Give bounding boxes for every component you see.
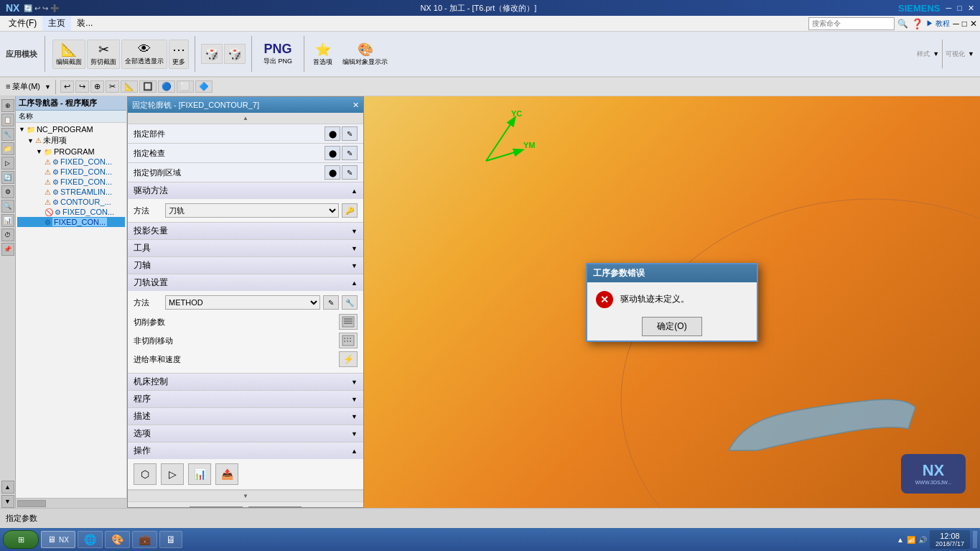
tray-show-hidden[interactable]: ▲: [897, 536, 904, 544]
tree-item-fixed1[interactable]: ⚠ ⚙ FIXED_CON...: [17, 157, 125, 167]
tree-item-nc-program[interactable]: ▼ 📁 NC_PROGRAM: [17, 124, 125, 134]
tp-settings-btn[interactable]: 🔧: [342, 295, 358, 310]
taskbar-btn-ie[interactable]: 🌐: [78, 531, 103, 548]
error-modal[interactable]: 工序参数错误 ✕ 驱动轨迹未定义。 确定(O): [586, 263, 758, 342]
tree-item-fixed5[interactable]: ⚙ FIXED_CON...: [17, 217, 125, 227]
search-icon[interactable]: 🔍: [897, 19, 908, 29]
sidebar-icon-7[interactable]: ⚙: [1, 185, 14, 198]
specify-check-select-btn[interactable]: ⬤: [325, 146, 340, 160]
tree-item-fixed2[interactable]: ⚠ ⚙ FIXED_CON...: [17, 167, 125, 177]
close-btn[interactable]: ✕: [968, 4, 974, 13]
tree-item-unused[interactable]: ▼ ⚠ 未用项: [17, 134, 125, 147]
sidebar-icon-10[interactable]: ⏱: [1, 228, 14, 241]
specify-part-select-btn[interactable]: ⬤: [325, 126, 340, 141]
nav-scrollbar[interactable]: [16, 498, 126, 508]
tb2-btn4[interactable]: ✂: [106, 80, 119, 93]
help-icon[interactable]: ❓: [911, 18, 923, 29]
tb2-btn5[interactable]: 📐: [121, 80, 138, 93]
search-input[interactable]: [808, 17, 895, 30]
feed-speed-btn[interactable]: ⚡: [339, 351, 358, 367]
restore-btn[interactable]: □: [957, 4, 962, 12]
tree-item-program[interactable]: ▼ 📁 PROGRAM: [17, 147, 125, 157]
tree-item-fixed4[interactable]: 🚫 ⚙ FIXED_CON...: [17, 207, 125, 217]
tutorial-btn[interactable]: ▶ 教程: [926, 19, 950, 29]
actions-header[interactable]: 操作 ▲: [128, 443, 363, 459]
sidebar-icon-3[interactable]: 🔧: [1, 128, 14, 141]
method-select[interactable]: 刀轨: [165, 203, 339, 218]
tb2-btn1[interactable]: ↩: [60, 80, 74, 93]
description-header[interactable]: 描述 ▼: [128, 408, 363, 425]
options-header[interactable]: 选项 ▼: [128, 425, 363, 442]
show-all-btn[interactable]: 👁 全部透透显示: [121, 40, 167, 69]
start-button[interactable]: ⊞: [3, 530, 39, 549]
action-btn-generate[interactable]: ⬡: [134, 463, 157, 485]
tb2-btn6[interactable]: 🔲: [139, 80, 157, 93]
style-dropdown[interactable]: ▼: [933, 50, 939, 57]
taskbar-btn-app4[interactable]: 💼: [132, 531, 157, 548]
tool-axis-header[interactable]: 刀轴 ▼: [128, 257, 363, 274]
projection-header[interactable]: 投影矢量 ▼: [128, 223, 363, 239]
tree-item-contour[interactable]: ⚠ ⚙ CONTOUR_...: [17, 197, 125, 207]
minimize-btn[interactable]: ─: [946, 4, 952, 12]
specify-cut-edit-btn[interactable]: ✎: [342, 165, 358, 180]
png-export-btn[interactable]: PNG 导出 PNG: [258, 40, 298, 68]
window-min[interactable]: ─: [953, 19, 959, 29]
3d-box1[interactable]: 🎲: [201, 44, 223, 64]
edit-display-btn[interactable]: 🎨 编辑对象显示示: [340, 40, 391, 68]
cut-params-btn[interactable]: [339, 314, 358, 330]
machine-ctrl-header[interactable]: 机床控制 ▼: [128, 374, 363, 390]
specify-check-edit-btn[interactable]: ✎: [342, 146, 358, 160]
toolpath-settings-header[interactable]: 刀轨设置 ▲: [128, 274, 363, 291]
action-btn-export[interactable]: 📤: [215, 463, 238, 485]
method-edit-btn[interactable]: 🔑: [342, 203, 358, 218]
tb2-btn9[interactable]: 🔷: [195, 80, 213, 93]
sidebar-icon-1[interactable]: ⊕: [1, 99, 14, 112]
3d-box2[interactable]: 🎲: [224, 44, 246, 64]
dialog-close-btn[interactable]: ✕: [353, 101, 359, 110]
drive-method-header[interactable]: 驱动方法 ▲: [128, 182, 363, 199]
sidebar-icon-6[interactable]: 🔄: [1, 171, 14, 184]
visual-dropdown[interactable]: ▼: [968, 50, 974, 57]
action-btn-replay[interactable]: ▷: [161, 463, 184, 485]
non-cut-btn[interactable]: [339, 333, 358, 348]
tp-edit-btn[interactable]: ✎: [323, 295, 339, 310]
taskbar-btn-app5[interactable]: 🖥: [159, 531, 182, 548]
modal-ok-button[interactable]: 确定(O): [642, 317, 701, 336]
taskbar-btn-nx[interactable]: 🖥 NX: [41, 531, 75, 548]
tree-item-fixed3[interactable]: ⚠ ⚙ FIXED_CON...: [17, 177, 125, 187]
tool-header[interactable]: 工具 ▼: [128, 240, 363, 256]
tb2-btn7[interactable]: 🔵: [158, 80, 175, 93]
more-btn[interactable]: ⋯ 更多: [169, 40, 189, 69]
sidebar-icon-bottom2[interactable]: ▼: [1, 495, 14, 508]
menu-home[interactable]: 主页: [42, 16, 71, 31]
preferences-btn[interactable]: ⭐ 首选项: [310, 40, 335, 68]
cut-section-btn[interactable]: ✂ 剪切截面: [87, 40, 120, 69]
tb2-menu[interactable]: ≡ 菜单(M): [3, 81, 43, 92]
scroll-up-arrow[interactable]: ▲: [243, 115, 248, 121]
tp-method-select[interactable]: METHOD: [165, 295, 320, 310]
sidebar-icon-4[interactable]: 📁: [1, 142, 14, 155]
menu-file[interactable]: 文件(F): [3, 16, 42, 31]
sidebar-icon-bottom1[interactable]: ▲: [1, 481, 14, 494]
sidebar-icon-2[interactable]: 📋: [1, 114, 14, 126]
window-restore[interactable]: □: [962, 19, 967, 29]
sidebar-icon-9[interactable]: 📊: [1, 214, 14, 227]
sidebar-icon-8[interactable]: 🔍: [1, 200, 14, 213]
program-header[interactable]: 程序 ▼: [128, 391, 363, 407]
specify-part-edit-btn[interactable]: ✎: [342, 126, 358, 141]
scroll-down-area[interactable]: ▼: [128, 490, 363, 501]
sidebar-icon-11[interactable]: 📌: [1, 243, 14, 256]
edit-section-btn[interactable]: 📐 编辑截面: [52, 40, 85, 69]
tb2-btn3[interactable]: ⊕: [90, 80, 104, 93]
tree-item-streamline[interactable]: ⚠ ⚙ STREAMLIN...: [17, 187, 125, 197]
tb2-btn2[interactable]: ↪: [75, 80, 89, 93]
menu-more[interactable]: 装...: [71, 16, 98, 31]
scroll-thumb[interactable]: [17, 500, 46, 507]
sidebar-icon-5[interactable]: ▷: [1, 157, 14, 170]
tb2-btn8[interactable]: ⬜: [177, 80, 194, 93]
tray-show-desktop[interactable]: [973, 531, 977, 548]
window-close[interactable]: ✕: [970, 19, 977, 29]
specify-cut-select-btn[interactable]: ⬤: [325, 165, 340, 180]
action-btn-chart[interactable]: 📊: [188, 463, 211, 485]
taskbar-btn-app3[interactable]: 🎨: [105, 531, 130, 548]
